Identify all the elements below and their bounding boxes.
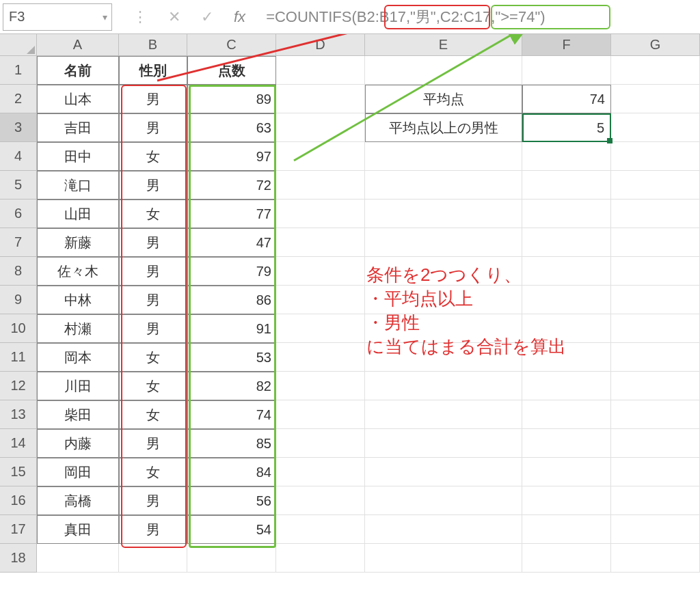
cell[interactable] <box>522 200 611 228</box>
cell[interactable] <box>365 429 522 458</box>
cell[interactable] <box>611 314 700 343</box>
cell[interactable]: 山本 <box>37 85 119 113</box>
row-header[interactable]: 2 <box>0 85 37 113</box>
cell[interactable]: 男 <box>119 429 187 458</box>
cell[interactable]: 男 <box>119 286 187 314</box>
cell[interactable]: 男 <box>119 515 187 544</box>
cell[interactable]: 村瀬 <box>37 314 119 343</box>
cell[interactable]: 女 <box>119 200 187 228</box>
cell[interactable]: 岡田 <box>37 458 119 486</box>
cell[interactable]: 79 <box>187 257 276 286</box>
cell[interactable] <box>522 171 611 200</box>
cell[interactable]: 54 <box>187 515 276 544</box>
cell[interactable]: 岡本 <box>37 343 119 372</box>
cell[interactable]: 高橋 <box>37 486 119 515</box>
cell[interactable] <box>611 113 700 142</box>
cell[interactable] <box>365 142 522 171</box>
cell[interactable] <box>611 257 700 286</box>
cell[interactable]: 性別 <box>119 56 187 85</box>
cell[interactable] <box>276 314 365 343</box>
cell[interactable] <box>365 458 522 486</box>
cell[interactable]: 男 <box>119 486 187 515</box>
cell[interactable] <box>276 486 365 515</box>
cell[interactable]: 56 <box>187 486 276 515</box>
cell[interactable] <box>522 372 611 400</box>
cell[interactable]: 5 <box>522 113 611 142</box>
cell[interactable] <box>611 458 700 486</box>
col-header-c[interactable]: C <box>187 34 276 56</box>
row-header[interactable]: 4 <box>0 142 37 171</box>
cell[interactable] <box>522 429 611 458</box>
cell[interactable]: 77 <box>187 200 276 228</box>
cell[interactable] <box>611 228 700 257</box>
col-header-b[interactable]: B <box>119 34 187 56</box>
cell[interactable] <box>522 544 611 573</box>
cell[interactable] <box>611 486 700 515</box>
row-header[interactable]: 10 <box>0 314 37 343</box>
cell[interactable]: 63 <box>187 113 276 142</box>
chevron-down-icon[interactable]: ▾ <box>103 12 107 23</box>
cell[interactable]: 名前 <box>37 56 119 85</box>
cell[interactable] <box>276 372 365 400</box>
cell[interactable] <box>276 343 365 372</box>
row-header[interactable]: 1 <box>0 56 37 85</box>
cell[interactable]: 86 <box>187 286 276 314</box>
cell[interactable] <box>611 56 700 85</box>
row-header[interactable]: 5 <box>0 171 37 200</box>
cell[interactable]: 女 <box>119 372 187 400</box>
cell[interactable] <box>276 85 365 113</box>
col-header-f[interactable]: F <box>522 34 611 56</box>
cell[interactable] <box>522 228 611 257</box>
cell[interactable]: 平均点 <box>365 85 522 113</box>
cell[interactable]: 男 <box>119 228 187 257</box>
cell[interactable]: 97 <box>187 142 276 171</box>
cell[interactable] <box>611 400 700 429</box>
cell[interactable] <box>611 429 700 458</box>
cell[interactable] <box>611 85 700 113</box>
cell[interactable] <box>276 458 365 486</box>
cell[interactable]: 男 <box>119 113 187 142</box>
cell[interactable] <box>365 515 522 544</box>
cell[interactable] <box>276 429 365 458</box>
cell[interactable]: 女 <box>119 142 187 171</box>
cell[interactable] <box>611 171 700 200</box>
cell[interactable] <box>522 458 611 486</box>
col-header-e[interactable]: E <box>365 34 522 56</box>
cell[interactable] <box>119 544 187 573</box>
col-header-g[interactable]: G <box>611 34 700 56</box>
cell[interactable] <box>187 544 276 573</box>
cell[interactable] <box>365 200 522 228</box>
cell[interactable]: 女 <box>119 343 187 372</box>
cell[interactable]: 山田 <box>37 200 119 228</box>
row-header[interactable]: 3 <box>0 113 37 142</box>
cell[interactable] <box>37 544 119 573</box>
cell[interactable]: 吉田 <box>37 113 119 142</box>
fx-icon[interactable]: fx <box>234 8 245 26</box>
row-header[interactable]: 12 <box>0 372 37 400</box>
cell[interactable] <box>522 486 611 515</box>
cell[interactable] <box>365 486 522 515</box>
select-all-button[interactable] <box>0 34 37 56</box>
cell[interactable]: 田中 <box>37 142 119 171</box>
col-header-a[interactable]: A <box>37 34 119 56</box>
cell[interactable] <box>276 544 365 573</box>
cell[interactable] <box>365 372 522 400</box>
cell[interactable]: 85 <box>187 429 276 458</box>
cancel-icon[interactable]: ✕ <box>168 8 180 26</box>
cell[interactable]: 男 <box>119 314 187 343</box>
row-header[interactable]: 8 <box>0 257 37 286</box>
cell[interactable]: 川田 <box>37 372 119 400</box>
row-header[interactable]: 6 <box>0 200 37 228</box>
col-header-d[interactable]: D <box>276 34 365 56</box>
cell[interactable]: 91 <box>187 314 276 343</box>
cell[interactable] <box>276 200 365 228</box>
dots-icon[interactable]: ⋮ <box>133 8 148 26</box>
cell[interactable] <box>611 372 700 400</box>
cell[interactable] <box>611 544 700 573</box>
cell[interactable] <box>365 544 522 573</box>
cell[interactable]: 内藤 <box>37 429 119 458</box>
cell[interactable]: 平均点以上の男性 <box>365 113 522 142</box>
cell[interactable] <box>611 515 700 544</box>
cell[interactable]: 72 <box>187 171 276 200</box>
cell[interactable] <box>522 400 611 429</box>
